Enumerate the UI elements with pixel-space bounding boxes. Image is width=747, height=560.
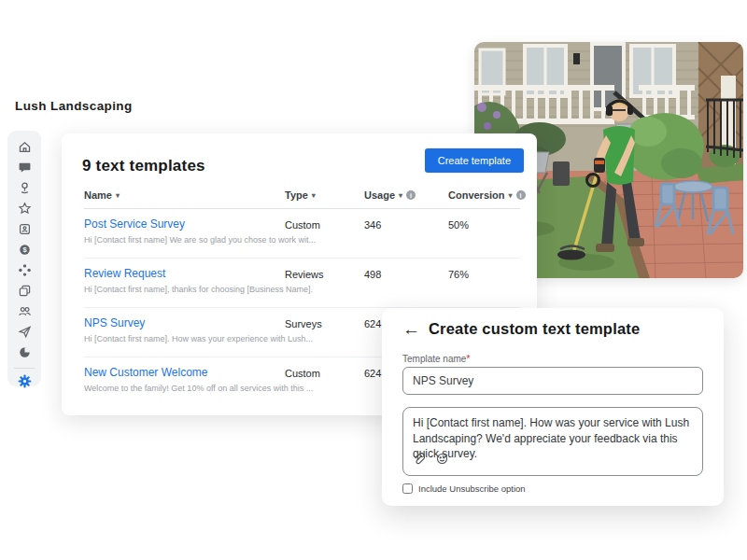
template-type: Custom	[285, 368, 320, 379]
template-preview: Hi [Contact first name]. How was your ex…	[84, 334, 313, 343]
sidebar-item-contacts[interactable]	[7, 222, 41, 236]
sort-arrow-icon[interactable]: ▾	[312, 191, 316, 200]
sidebar-item-settings-active[interactable]	[7, 374, 41, 388]
chat-icon	[18, 161, 32, 175]
gear-icon	[18, 374, 32, 388]
unsubscribe-checkbox[interactable]	[402, 483, 413, 494]
template-name-label: Template name*	[402, 354, 470, 364]
template-usage: 498	[364, 269, 381, 280]
template-name-input[interactable]	[402, 367, 703, 395]
message-text[interactable]: Hi [Contact first name]. How was your se…	[403, 408, 702, 462]
sidebar-item-favorites[interactable]	[7, 202, 41, 216]
column-header-usage[interactable]: Usage ▾ i	[364, 189, 416, 201]
modal-title: Create custom text template	[429, 320, 640, 338]
sidebar-item-integrations[interactable]	[7, 263, 41, 277]
table-row[interactable]: Review Request Hi [Contact first name], …	[84, 258, 520, 307]
sidebar-item-team[interactable]	[7, 304, 41, 318]
panel-title: 9 text templates	[82, 157, 205, 175]
template-name-link[interactable]: NPS Survey	[84, 316, 145, 329]
pie-chart-icon	[18, 345, 32, 359]
message-editor[interactable]: Hi [Contact first name]. How was your se…	[402, 407, 703, 476]
template-preview: Welcome to the family! Get 10% off on al…	[84, 384, 313, 393]
column-header-name[interactable]: Name ▾	[84, 189, 120, 201]
template-type: Reviews	[285, 269, 324, 280]
create-custom-template-modal: ← Create custom text template Template n…	[382, 308, 724, 506]
template-usage: 624	[364, 318, 381, 329]
app-canvas: Lush Landscaping $	[0, 0, 747, 560]
info-icon[interactable]: i	[406, 190, 416, 200]
template-type: Custom	[285, 219, 320, 231]
send-icon	[18, 325, 32, 339]
back-arrow-icon[interactable]: ←	[402, 320, 420, 338]
template-conversion: 76%	[448, 269, 469, 280]
emoji-icon[interactable]	[436, 452, 448, 469]
integrations-icon	[18, 263, 32, 277]
template-conversion: 50%	[448, 219, 469, 231]
sidebar-item-templates[interactable]	[7, 284, 41, 298]
sort-arrow-icon[interactable]: ▾	[399, 191, 402, 200]
sidebar-item-reviews-pin[interactable]	[7, 181, 41, 195]
column-header-conversion[interactable]: Conversion ▾ i	[448, 189, 526, 201]
template-usage: 346	[364, 219, 381, 231]
column-header-type[interactable]: Type ▾	[285, 189, 316, 201]
sidebar-item-reports[interactable]	[7, 345, 41, 359]
sidebar-divider	[14, 368, 35, 369]
payments-icon: $	[18, 243, 32, 257]
location-pin-icon	[18, 181, 32, 195]
brand-logo-text: Lush Landscaping	[15, 99, 133, 113]
template-preview: Hi [Contact first name] We are so glad y…	[84, 235, 316, 245]
template-type: Surveys	[285, 318, 322, 329]
template-preview: Hi [Contact first name], thanks for choo…	[84, 285, 313, 294]
team-icon	[18, 304, 32, 318]
contacts-icon	[18, 222, 32, 236]
sidebar: $	[7, 131, 41, 386]
sidebar-item-campaigns[interactable]	[7, 325, 41, 339]
sidebar-item-home[interactable]	[7, 140, 41, 154]
sort-arrow-icon[interactable]: ▾	[509, 191, 513, 200]
copy-pages-icon	[18, 284, 32, 298]
table-row[interactable]: Post Service Survey Hi [Contact first na…	[84, 209, 520, 258]
attachment-icon[interactable]	[413, 452, 425, 469]
star-icon	[18, 202, 32, 216]
template-usage: 624	[364, 368, 381, 379]
sort-arrow-icon[interactable]: ▾	[116, 191, 120, 200]
required-marker: *	[466, 354, 470, 364]
sidebar-item-payments[interactable]: $	[7, 243, 41, 257]
table-header: Name ▾ Type ▾ Usage ▾ i Conversion ▾ i	[84, 180, 520, 209]
sidebar-item-messages[interactable]	[7, 161, 41, 175]
create-template-button[interactable]: Create template	[425, 148, 524, 173]
template-name-link[interactable]: Post Service Survey	[84, 217, 185, 231]
info-icon[interactable]: i	[516, 190, 526, 200]
home-icon	[18, 140, 32, 154]
template-name-link[interactable]: New Customer Welcome	[84, 366, 207, 379]
unsubscribe-label[interactable]: Include Unsubscribe option	[418, 483, 526, 494]
template-name-link[interactable]: Review Request	[84, 267, 165, 280]
